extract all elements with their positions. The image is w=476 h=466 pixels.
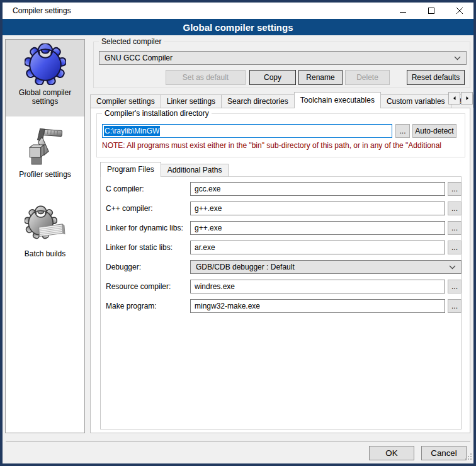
auto-detect-button[interactable]: Auto-detect <box>412 124 456 138</box>
c-compiler-input[interactable] <box>190 182 445 196</box>
sidebar-item-batch-builds[interactable]: Batch builds <box>6 196 84 269</box>
tab-compiler-settings[interactable]: Compiler settings <box>90 94 161 108</box>
field-row-debugger: Debugger: GDB/CDB debugger : Default <box>101 260 461 274</box>
tab-scroll-right-button[interactable] <box>461 92 473 105</box>
minimize-icon <box>400 8 406 14</box>
debugger-label: Debugger: <box>106 260 189 274</box>
close-icon <box>456 8 463 14</box>
window-title: Compiler settings <box>3 6 71 15</box>
delete-button: Delete <box>345 70 390 85</box>
selected-compiler-value: GNU GCC Compiler <box>105 54 173 62</box>
installation-directory-group: Compiler's installation directory C:\ray… <box>96 113 465 157</box>
install-dir-note: NOTE: All programs must exist either in … <box>102 141 464 150</box>
install-dir-input[interactable]: C:\raylib\MinGW <box>102 124 392 138</box>
cpp-compiler-label: C++ compiler: <box>106 202 189 215</box>
blue-gear-icon <box>25 43 66 87</box>
ok-button[interactable]: OK <box>369 446 414 460</box>
copy-button[interactable]: Copy <box>249 70 296 85</box>
close-button[interactable] <box>445 3 473 19</box>
sidebar-item-label: Batch builds <box>21 248 69 263</box>
field-row-cpp-compiler: C++ compiler: ... <box>101 202 461 215</box>
field-row-linker-dynamic: Linker for dynamic libs: ... <box>101 221 461 235</box>
tab-search-directories[interactable]: Search directories <box>221 94 295 108</box>
tab-scroll-buttons <box>448 92 473 105</box>
cpp-compiler-browse-button[interactable]: ... <box>448 202 462 215</box>
cpp-compiler-input[interactable] <box>190 202 445 215</box>
debugger-dropdown[interactable]: GDB/CDB debugger : Default <box>190 260 462 274</box>
sidebar-item-label: Global compiler settings <box>6 87 84 111</box>
tab-toolchain-executables[interactable]: Toolchain executables <box>294 92 381 108</box>
make-program-input[interactable] <box>190 299 445 313</box>
chevron-down-icon <box>449 263 456 271</box>
sidebar-item-profiler-settings[interactable]: Profiler settings <box>6 116 84 196</box>
linker-static-browse-button[interactable]: ... <box>448 241 462 254</box>
sidebar: Global compiler settings <box>5 39 85 433</box>
c-compiler-browse-button[interactable]: ... <box>448 182 462 196</box>
resource-compiler-label: Resource compiler: <box>106 280 189 293</box>
tab-scroll-left-icon <box>452 94 457 103</box>
reset-defaults-button[interactable]: Reset defaults <box>407 70 465 85</box>
program-files-page: C compiler: ... C++ compiler: ... Linker… <box>100 176 462 429</box>
maximize-icon <box>428 8 434 14</box>
resource-compiler-browse-button[interactable]: ... <box>448 280 462 293</box>
minimize-button[interactable] <box>388 3 417 19</box>
caliper-icon <box>25 125 66 169</box>
toolchain-executables-panel: Compiler's installation directory C:\ray… <box>90 108 470 433</box>
install-dir-browse-button[interactable]: ... <box>395 124 410 138</box>
rename-button[interactable]: Rename <box>298 70 343 85</box>
selected-compiler-dropdown[interactable]: GNU GCC Compiler <box>99 51 467 65</box>
field-row-linker-static: Linker for static libs: ... <box>101 241 461 254</box>
tab-scroll-left-button[interactable] <box>448 92 460 105</box>
linker-dynamic-input[interactable] <box>190 221 445 235</box>
dialog-header: Global compiler settings <box>3 19 473 35</box>
linker-static-input[interactable] <box>190 241 445 254</box>
resize-grip[interactable] <box>464 452 473 463</box>
linker-dynamic-browse-button[interactable]: ... <box>448 221 462 235</box>
main-tabbar: Compiler settings Linker settings Search… <box>90 91 473 108</box>
linker-dynamic-label: Linker for dynamic libs: <box>106 221 189 235</box>
subtab-program-files[interactable]: Program Files <box>100 162 161 177</box>
dialog-body: Global compiler settings <box>3 35 473 463</box>
set-as-default-button: Set as default <box>166 70 246 85</box>
sub-tabbar: Program Files Additional Paths <box>100 161 228 176</box>
dialog-header-title: Global compiler settings <box>183 22 293 33</box>
tab-linker-settings[interactable]: Linker settings <box>161 94 222 108</box>
install-dir-selected-text: C:\raylib\MinGW <box>104 126 160 136</box>
window-controls <box>388 3 473 19</box>
c-compiler-label: C compiler: <box>106 182 189 196</box>
subtab-additional-paths[interactable]: Additional Paths <box>161 164 229 176</box>
sidebar-item-global-compiler-settings[interactable]: Global compiler settings <box>6 40 84 116</box>
selected-compiler-group-label: Selected compiler <box>99 37 164 46</box>
debugger-value: GDB/CDB debugger : Default <box>196 263 295 271</box>
chevron-down-icon <box>454 54 461 62</box>
selected-compiler-group: Selected compiler GNU GCC Compiler Set a… <box>93 42 470 88</box>
installation-directory-group-label: Compiler's installation directory <box>102 109 212 118</box>
make-program-label: Make program: <box>106 299 189 313</box>
field-row-c-compiler: C compiler: ... <box>101 182 461 196</box>
sidebar-item-label: Profiler settings <box>15 169 75 184</box>
field-row-resource-compiler: Resource compiler: ... <box>101 280 461 293</box>
make-program-browse-button[interactable]: ... <box>448 299 462 313</box>
footer-divider <box>6 441 470 441</box>
resource-compiler-input[interactable] <box>190 280 445 293</box>
compiler-settings-dialog: Compiler settings Global compiler settin… <box>0 0 476 466</box>
tab-scroll-right-icon <box>465 94 470 103</box>
titlebar: Compiler settings <box>3 3 473 19</box>
tab-custom-variables[interactable]: Custom variables <box>380 94 451 108</box>
gray-gear-stack-icon <box>25 205 66 248</box>
cancel-button[interactable]: Cancel <box>421 446 467 460</box>
maximize-button[interactable] <box>417 3 445 19</box>
linker-static-label: Linker for static libs: <box>106 241 189 254</box>
field-row-make-program: Make program: ... <box>101 299 461 313</box>
